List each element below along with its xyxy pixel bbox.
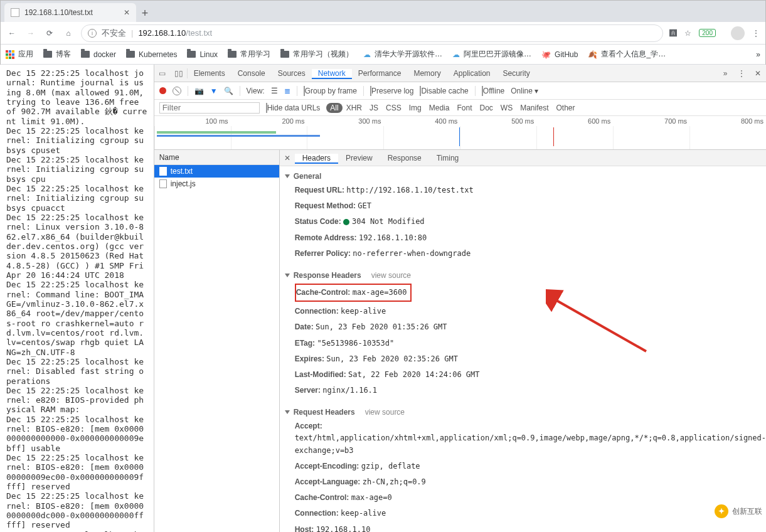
header-row: Accept-Encoding: gzip, deflate [285, 459, 766, 474]
general-toggle[interactable]: General [285, 170, 766, 183]
disable-cache[interactable]: Disable cache [420, 87, 468, 95]
clear-button[interactable] [173, 87, 181, 95]
inspect-icon[interactable]: ▭ [154, 69, 171, 78]
header-value: 192.168.1.10 [316, 525, 371, 532]
hide-data-urls[interactable]: Hide data URLs [266, 104, 321, 112]
profile-icon[interactable] [731, 26, 745, 40]
reqlist-header: Name [154, 150, 279, 165]
timeline-label: 500 ms [460, 117, 536, 125]
filter-icon[interactable]: ▼ [210, 87, 218, 95]
filter-pill-xhr[interactable]: XHR [343, 103, 366, 113]
header-row: ETag: "5e513986-10353d" [285, 336, 766, 351]
detail-tab-preview[interactable]: Preview [338, 154, 380, 162]
bookmark-label: Kubernetes [139, 50, 177, 59]
request-headers-toggle[interactable]: Request Headersview source [285, 406, 766, 418]
filter-pill-other[interactable]: Other [553, 103, 579, 113]
online-select[interactable]: Online ▾ [511, 87, 538, 95]
bookmark-item[interactable]: ☁清华大学开源软件… [363, 49, 442, 60]
back-button[interactable]: ← [6, 27, 18, 40]
filter-pill-manifest[interactable]: Manifest [516, 103, 552, 113]
filter-pill-media[interactable]: Media [425, 103, 454, 113]
reload-button[interactable]: ⟳ [43, 27, 56, 40]
bookmark-star-icon[interactable]: ☆ [684, 29, 691, 38]
bookmark-item[interactable]: 常用学习 [228, 49, 270, 60]
search-icon[interactable]: 🔍 [224, 87, 233, 95]
devtools-tab-performance[interactable]: Performance [352, 69, 408, 78]
offline[interactable]: Offline [482, 87, 504, 95]
group-by-frame[interactable]: Group by frame [304, 87, 357, 95]
record-button[interactable] [159, 87, 166, 94]
bookmark-item[interactable]: 博客 [43, 49, 71, 60]
bookmark-item[interactable]: 应用 [6, 49, 33, 60]
bookmarks-overflow-icon[interactable]: » [756, 50, 760, 59]
devtools-tab-sources[interactable]: Sources [272, 69, 312, 78]
filter-pill-ws[interactable]: WS [497, 103, 516, 113]
response-headers-toggle[interactable]: Response Headersview source [285, 269, 766, 282]
folder-icon [187, 51, 196, 58]
filter-pill-css[interactable]: CSS [382, 103, 405, 113]
detail-tab-response[interactable]: Response [380, 154, 429, 162]
bookmark-item[interactable]: 🍂查看个人信息_学… [588, 49, 666, 60]
more-tabs-icon[interactable]: » [717, 69, 733, 78]
devtools-tab-application[interactable]: Application [447, 69, 497, 78]
view-source-link[interactable]: view source [365, 408, 405, 417]
bookmark-item[interactable]: Kubernetes [126, 50, 177, 59]
view-source-link[interactable]: view source [371, 271, 411, 280]
site-info-icon[interactable]: i [88, 29, 97, 38]
filter-pill-font[interactable]: Font [453, 103, 476, 113]
view-large-icon[interactable]: ☰ [271, 87, 278, 95]
request-row[interactable]: test.txt [154, 165, 279, 178]
apps-icon [6, 50, 14, 59]
details-close-icon[interactable]: ✕ [280, 154, 295, 162]
devtools-tab-elements[interactable]: Elements [188, 69, 231, 78]
view-small-icon[interactable]: ≣ [284, 87, 290, 95]
address-bar[interactable]: i 不安全 | 192.168.1.10/test.txt [81, 24, 663, 42]
timeline-label: 700 ms [613, 117, 689, 125]
cloud-icon: ☁ [452, 50, 460, 59]
insecure-label: 不安全 [102, 28, 126, 39]
main-split: Dec 15 22:25:25 localhost journal: Runti… [0, 65, 766, 532]
devtools-menu-icon[interactable]: ⋮ [733, 69, 750, 78]
camera-icon[interactable]: 📷 [194, 87, 204, 95]
home-button[interactable]: ⌂ [62, 27, 75, 40]
forward-button[interactable]: → [24, 27, 37, 40]
menu-icon[interactable]: ⋮ [752, 29, 760, 38]
detail-tab-headers[interactable]: Headers [295, 154, 338, 164]
preserve-log[interactable]: Preserve log [370, 87, 413, 95]
triangle-icon [285, 410, 290, 414]
device-icon[interactable]: ▯▯ [171, 69, 187, 78]
filter-pill-all[interactable]: All [326, 103, 342, 113]
devtools-tab-security[interactable]: Security [497, 69, 536, 78]
filter-pill-img[interactable]: Img [405, 103, 425, 113]
cloud-icon: ☁ [363, 50, 371, 59]
close-icon[interactable]: ✕ [124, 8, 130, 17]
devtools-tab-console[interactable]: Console [231, 69, 272, 78]
section-response-headers: Response Headersview source Cache-Contro… [280, 265, 766, 402]
devtools-tab-memory[interactable]: Memory [407, 69, 447, 78]
bookmark-item[interactable]: 🐙GitHub [541, 50, 578, 59]
filter-pill-doc[interactable]: Doc [476, 103, 496, 113]
bookmark-item[interactable]: 常用学习（视频） [280, 49, 353, 60]
header-value: Sun, 23 Feb 2020 02:35:26 GMT [326, 354, 458, 363]
browser-tab[interactable]: 192.168.1.10/test.txt ✕ [4, 3, 136, 22]
bookmark-item[interactable]: docker [81, 50, 116, 59]
request-details: ✕ HeadersPreviewResponseTiming General R… [280, 150, 766, 532]
devtools-close-icon[interactable]: ✕ [750, 69, 766, 78]
translate-icon[interactable]: 🅰 [669, 29, 677, 38]
request-row[interactable]: inject.js [154, 178, 279, 190]
devtools-tab-network[interactable]: Network [312, 69, 352, 79]
watermark-icon: ✦ [715, 504, 728, 518]
bookmark-item[interactable]: Linux [187, 50, 218, 59]
header-key: Cache-Control: [296, 288, 351, 297]
timeline[interactable]: 100 ms200 ms300 ms400 ms500 ms600 ms700 … [154, 116, 766, 150]
bookmark-label: 常用学习（视频） [293, 49, 353, 60]
bookmark-item[interactable]: ☁阿里巴巴开源镜像… [452, 49, 531, 60]
timeline-label: 600 ms [536, 117, 613, 125]
detail-tab-timing[interactable]: Timing [429, 154, 467, 162]
tab-bar: 192.168.1.10/test.txt ✕ + [1, 1, 765, 22]
filter-pill-js[interactable]: JS [366, 103, 382, 113]
page-content[interactable]: Dec 15 22:25:25 localhost journal: Runti… [0, 65, 154, 532]
filter-input[interactable] [159, 102, 260, 114]
timeline-label: 100 ms [154, 117, 231, 125]
new-tab-button[interactable]: + [136, 4, 154, 22]
